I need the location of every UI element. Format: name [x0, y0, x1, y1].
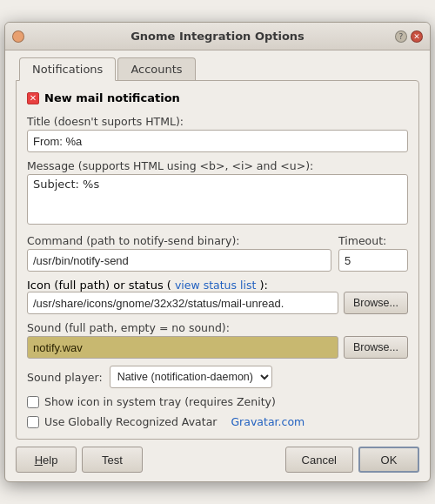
icon-label-prefix: Icon (full path) or status ( — [27, 279, 171, 292]
sound-player-select[interactable]: Native (notification-daemon) — [110, 366, 272, 388]
sound-field-group: Sound (full path, empty = no sound): Bro… — [27, 321, 408, 359]
gravatar-label: Use Globally Recognized Avatar — [44, 415, 217, 428]
gravatar-link[interactable]: Gravatar.com — [231, 415, 304, 428]
message-label: Message (supports HTML using <b>, <i> an… — [27, 159, 408, 172]
timeout-group: Timeout: — [338, 234, 408, 272]
gravatar-checkbox[interactable] — [27, 416, 39, 428]
sound-browse-button[interactable]: Browse... — [344, 336, 408, 359]
message-input[interactable]: Subject: %s — [27, 174, 408, 225]
section-title: New mail notification — [44, 91, 180, 104]
help-icon[interactable]: ? — [395, 30, 407, 43]
show-icon-checkbox[interactable] — [27, 396, 39, 408]
bottom-bar: Help Test Cancel OK — [5, 440, 430, 481]
close-button[interactable] — [12, 30, 24, 43]
tab-accounts[interactable]: Accounts — [117, 57, 195, 81]
cancel-button[interactable]: Cancel — [285, 447, 353, 473]
icon-input[interactable] — [27, 292, 338, 314]
tab-notifications[interactable]: Notifications — [19, 57, 116, 81]
tab-bar: Notifications Accounts — [16, 57, 419, 81]
window-title: Gnome Integration Options — [130, 30, 304, 43]
timeout-label: Timeout: — [338, 234, 408, 247]
help-button[interactable]: Help — [16, 447, 77, 473]
command-label: Command (path to notify-send binary): — [27, 234, 331, 247]
icon-label-suffix: ): — [259, 279, 267, 292]
bottom-left-buttons: Help Test — [16, 447, 143, 473]
checkbox2-row: Use Globally Recognized Avatar Gravatar.… — [27, 415, 408, 428]
icon-browse-row: Browse... — [27, 292, 408, 314]
ok-button[interactable]: OK — [358, 447, 419, 473]
command-group: Command (path to notify-send binary): — [27, 234, 331, 272]
sound-player-label: Sound player: — [27, 371, 103, 384]
titlebar: Gnome Integration Options ? ✕ — [5, 23, 430, 50]
bottom-right-buttons: Cancel OK — [285, 447, 419, 473]
main-window: Gnome Integration Options ? ✕ Notificati… — [4, 22, 431, 482]
tab-content-notifications: New mail notification Title (doesn't sup… — [16, 80, 419, 440]
command-timeout-row: Command (path to notify-send binary): Ti… — [27, 234, 408, 272]
title-input[interactable] — [27, 130, 408, 152]
checkbox1-row: Show icon in system tray (requires Zenit… — [27, 395, 408, 408]
close-icon[interactable]: ✕ — [411, 30, 423, 43]
section-header: New mail notification — [27, 91, 408, 104]
sound-input[interactable] — [27, 336, 338, 359]
sound-browse-row: Browse... — [27, 336, 408, 359]
message-field-group: Message (supports HTML using <b>, <i> an… — [27, 159, 408, 227]
window-controls — [12, 30, 24, 43]
sound-player-row: Sound player: Native (notification-daemo… — [27, 366, 408, 388]
title-label: Title (doesn't suports HTML): — [27, 115, 408, 128]
show-icon-label: Show icon in system tray (requires Zenit… — [44, 395, 276, 408]
test-button[interactable]: Test — [82, 447, 143, 473]
view-status-link[interactable]: view status list — [175, 279, 257, 292]
section-toggle[interactable] — [27, 92, 39, 104]
icon-field-group: Icon (full path) or status ( view status… — [27, 279, 408, 314]
title-field-group: Title (doesn't suports HTML): — [27, 115, 408, 152]
command-input[interactable] — [27, 249, 331, 272]
icon-browse-button[interactable]: Browse... — [344, 292, 408, 314]
sound-label: Sound (full path, empty = no sound): — [27, 321, 408, 334]
timeout-input[interactable] — [338, 249, 408, 272]
titlebar-right-controls: ? ✕ — [395, 30, 423, 43]
icon-label-row: Icon (full path) or status ( view status… — [27, 279, 408, 292]
